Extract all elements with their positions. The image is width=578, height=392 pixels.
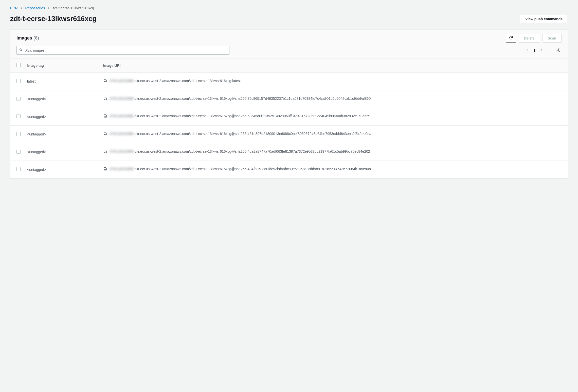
copy-uri-button[interactable] <box>103 149 107 155</box>
copy-icon <box>103 97 107 101</box>
scan-button[interactable]: Scan <box>543 34 562 43</box>
chevron-left-icon <box>525 49 529 53</box>
image-uri: 070116222986.dkr.ecr.us-west-2.amazonaws… <box>110 166 371 172</box>
refresh-button[interactable] <box>506 34 516 43</box>
row-checkbox[interactable] <box>16 167 21 171</box>
image-tag[interactable]: <untagged> <box>22 108 98 126</box>
row-checkbox[interactable] <box>16 97 21 101</box>
page-title: zdt-t-ecrse-13lkwsr616xcg <box>10 15 97 23</box>
panel-title: Images (6) <box>16 35 39 41</box>
svg-rect-11 <box>104 150 106 152</box>
col-image-tag[interactable]: Image tag <box>22 58 98 73</box>
images-table: Image tag Image URI latest070116222986.d… <box>10 58 568 178</box>
redacted-account-id: 070116222986 <box>110 149 133 153</box>
select-all-checkbox[interactable] <box>16 63 21 67</box>
row-checkbox[interactable] <box>16 114 21 118</box>
image-uri: 070116222986.dkr.ecr.us-west-2.amazonaws… <box>110 96 371 102</box>
search-icon <box>19 48 23 53</box>
copy-uri-button[interactable] <box>103 132 107 138</box>
image-uri: 070116222986.dkr.ecr.us-west-2.amazonaws… <box>110 149 370 154</box>
gear-icon <box>556 49 561 53</box>
table-row: <untagged>070116222986.dkr.ecr.us-west-2… <box>10 108 568 126</box>
image-uri-cell: 070116222986.dkr.ecr.us-west-2.amazonaws… <box>98 90 568 108</box>
svg-point-1 <box>558 49 559 51</box>
refresh-icon <box>509 35 513 41</box>
copy-uri-button[interactable] <box>103 167 107 173</box>
view-push-commands-button[interactable]: View push commands <box>520 15 568 23</box>
image-tag[interactable]: <untagged> <box>22 126 98 143</box>
copy-icon <box>103 168 107 172</box>
image-uri-cell: 070116222986.dkr.ecr.us-west-2.amazonaws… <box>98 108 568 126</box>
breadcrumb-repositories[interactable]: Repositories <box>25 6 45 10</box>
delete-button[interactable]: Delete <box>519 34 540 43</box>
redacted-account-id: 070116222986 <box>110 132 133 136</box>
image-uri-cell: 070116222986.dkr.ecr.us-west-2.amazonaws… <box>98 126 568 143</box>
svg-rect-7 <box>104 115 106 117</box>
image-tag[interactable]: latest <box>22 73 98 90</box>
breadcrumb: ECR Repositories zdt-t-ecrse-13lkwsr616x… <box>10 6 568 10</box>
image-uri-cell: 070116222986.dkr.ecr.us-west-2.amazonaws… <box>98 73 568 90</box>
breadcrumb-ecr[interactable]: ECR <box>10 6 18 10</box>
divider <box>550 48 550 53</box>
table-row: <untagged>070116222986.dkr.ecr.us-west-2… <box>10 90 568 108</box>
next-page-button[interactable] <box>539 47 545 54</box>
col-image-uri[interactable]: Image URI <box>98 58 568 73</box>
image-tag[interactable]: <untagged> <box>22 161 98 178</box>
page-number: 1 <box>533 48 535 52</box>
image-uri-cell: 070116222986.dkr.ecr.us-west-2.amazonaws… <box>98 143 568 161</box>
svg-point-0 <box>20 49 22 51</box>
image-uri: 070116222986.dkr.ecr.us-west-2.amazonaws… <box>110 113 370 119</box>
image-uri: 070116222986.dkr.ecr.us-west-2.amazonaws… <box>110 78 241 84</box>
settings-button[interactable] <box>555 47 562 54</box>
breadcrumb-current: zdt-t-ecrse-13lkwsr616xcg <box>52 6 94 10</box>
copy-icon <box>103 132 107 136</box>
prev-page-button[interactable] <box>524 47 530 54</box>
row-checkbox[interactable] <box>16 132 21 136</box>
image-uri: 070116222986.dkr.ecr.us-west-2.amazonaws… <box>110 131 371 137</box>
table-row: latest070116222986.dkr.ecr.us-west-2.ama… <box>10 73 568 90</box>
svg-rect-3 <box>104 80 106 82</box>
image-tag[interactable]: <untagged> <box>22 143 98 161</box>
copy-icon <box>103 115 107 119</box>
panel-title-count: (6) <box>33 35 39 41</box>
copy-uri-button[interactable] <box>103 114 107 120</box>
images-panel: Images (6) Delete Scan <box>10 29 568 179</box>
chevron-right-icon <box>540 49 544 53</box>
copy-icon <box>103 80 107 84</box>
svg-rect-9 <box>104 132 106 134</box>
svg-rect-5 <box>104 97 106 99</box>
image-tag[interactable]: <untagged> <box>22 90 98 108</box>
copy-uri-button[interactable] <box>103 79 107 85</box>
redacted-account-id: 070116222986 <box>110 167 133 171</box>
table-row: <untagged>070116222986.dkr.ecr.us-west-2… <box>10 161 568 178</box>
svg-rect-13 <box>104 168 106 170</box>
redacted-account-id: 070116222986 <box>110 79 133 83</box>
table-row: <untagged>070116222986.dkr.ecr.us-west-2… <box>10 143 568 161</box>
copy-uri-button[interactable] <box>103 96 107 102</box>
search-input[interactable] <box>16 46 229 55</box>
redacted-account-id: 070116222986 <box>110 114 133 118</box>
row-checkbox[interactable] <box>16 150 21 154</box>
panel-title-text: Images <box>16 35 32 41</box>
copy-icon <box>103 150 107 154</box>
chevron-right-icon <box>20 7 23 9</box>
redacted-account-id: 070116222986 <box>110 96 133 101</box>
table-row: <untagged>070116222986.dkr.ecr.us-west-2… <box>10 126 568 143</box>
image-uri-cell: 070116222986.dkr.ecr.us-west-2.amazonaws… <box>98 161 568 178</box>
chevron-right-icon <box>47 7 50 9</box>
pager: 1 <box>524 47 562 54</box>
row-checkbox[interactable] <box>16 79 21 83</box>
